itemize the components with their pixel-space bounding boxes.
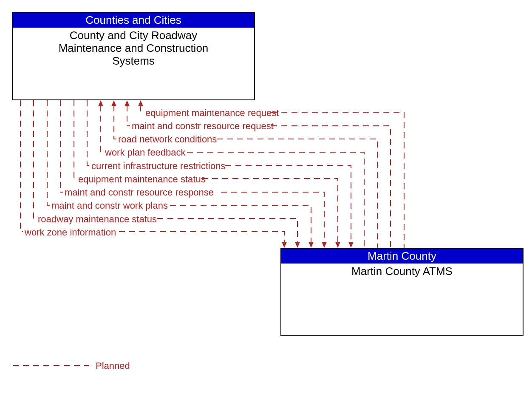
flow-label-roadway-maint-status: roadway maintenance status [38, 214, 157, 225]
node-martin-county: Martin County Martin County ATMS [280, 248, 524, 336]
node-martin-county-body: Martin County ATMS [281, 264, 523, 280]
node-counties-cities-body: County and City Roadway Maintenance and … [13, 28, 254, 69]
arrow-eq-maint-request [138, 100, 143, 106]
arrow-road-net-cond [111, 100, 116, 106]
flow-label-resource-response: maint and constr resource response [65, 187, 214, 198]
arrow-roadway-maint-status [295, 242, 300, 248]
flow-label-eq-maint-status: equipment maintenance status [78, 174, 206, 185]
arrow-resource-response [322, 242, 327, 248]
arrow-resource-request [125, 100, 130, 106]
arrow-work-plan-feedback [98, 100, 103, 106]
node-counties-cities-line2: Maintenance and Construction [15, 42, 252, 55]
node-counties-cities-line1: County and City Roadway [15, 29, 252, 42]
flow-label-work-zone-info: work zone information [25, 227, 116, 238]
flow-label-work-plans: maint and constr work plans [51, 200, 168, 211]
arrow-infra-restrictions [348, 242, 354, 248]
flow-label-infra-restrictions: current infrastructure restrictions [91, 161, 225, 172]
flow-label-resource-request: maint and constr resource request [132, 121, 274, 132]
node-martin-county-line1: Martin County ATMS [284, 265, 520, 278]
legend-planned-label: Planned [96, 360, 130, 371]
node-counties-cities: Counties and Cities County and City Road… [12, 12, 255, 100]
arrow-work-plans [308, 242, 314, 248]
node-martin-county-header: Martin County [281, 249, 523, 264]
arrow-eq-maint-status [335, 242, 340, 248]
arrow-work-zone-info [282, 242, 287, 248]
flow-label-road-net-cond: road network conditions [118, 134, 217, 145]
node-counties-cities-header: Counties and Cities [13, 13, 254, 28]
flow-label-eq-maint-request: equipment maintenance request [145, 108, 279, 119]
node-counties-cities-line3: Systems [15, 55, 252, 68]
flow-label-work-plan-feedback: work plan feedback [105, 147, 186, 158]
